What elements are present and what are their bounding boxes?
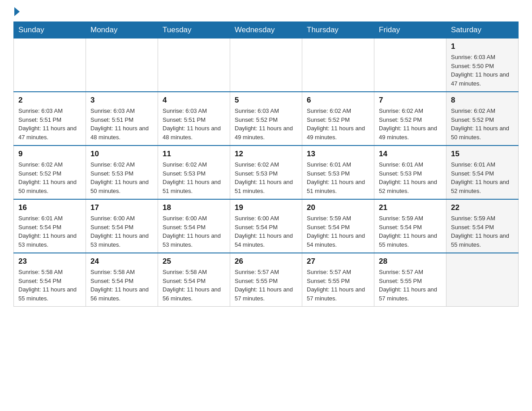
table-row: 5Sunrise: 6:03 AM Sunset: 5:52 PM Daylig…	[230, 92, 302, 146]
day-info: Sunrise: 6:03 AM Sunset: 5:51 PM Dayligh…	[163, 107, 225, 141]
table-row: 1Sunrise: 6:03 AM Sunset: 5:50 PM Daylig…	[446, 39, 519, 92]
day-number: 3	[90, 96, 153, 105]
table-row: 16Sunrise: 6:01 AM Sunset: 5:54 PM Dayli…	[14, 199, 86, 253]
day-number: 25	[163, 257, 225, 266]
day-number: 5	[235, 96, 297, 105]
col-header-wednesday: Wednesday	[230, 22, 302, 39]
day-info: Sunrise: 5:58 AM Sunset: 5:54 PM Dayligh…	[90, 268, 153, 303]
table-row: 17Sunrise: 6:00 AM Sunset: 5:54 PM Dayli…	[86, 199, 158, 253]
day-number: 15	[451, 150, 514, 158]
col-header-saturday: Saturday	[446, 22, 519, 39]
calendar-table: Sunday Monday Tuesday Wednesday Thursday…	[13, 21, 519, 307]
logo	[13, 9, 20, 16]
table-row	[230, 39, 302, 92]
table-row	[86, 39, 158, 92]
day-info: Sunrise: 6:00 AM Sunset: 5:54 PM Dayligh…	[90, 214, 153, 249]
col-header-friday: Friday	[374, 22, 446, 39]
day-number: 11	[163, 150, 225, 158]
table-row: 3Sunrise: 6:03 AM Sunset: 5:51 PM Daylig…	[86, 92, 158, 146]
day-info: Sunrise: 6:02 AM Sunset: 5:53 PM Dayligh…	[235, 160, 297, 195]
table-row: 4Sunrise: 6:03 AM Sunset: 5:51 PM Daylig…	[158, 92, 230, 146]
table-row: 21Sunrise: 5:59 AM Sunset: 5:54 PM Dayli…	[374, 199, 446, 253]
calendar-week-row: 1Sunrise: 6:03 AM Sunset: 5:50 PM Daylig…	[14, 39, 519, 92]
table-row: 11Sunrise: 6:02 AM Sunset: 5:53 PM Dayli…	[158, 146, 230, 199]
day-info: Sunrise: 6:03 AM Sunset: 5:52 PM Dayligh…	[235, 107, 297, 141]
table-row: 7Sunrise: 6:02 AM Sunset: 5:52 PM Daylig…	[374, 92, 446, 146]
day-info: Sunrise: 6:01 AM Sunset: 5:53 PM Dayligh…	[379, 160, 442, 195]
col-header-monday: Monday	[86, 22, 158, 39]
day-number: 7	[379, 96, 442, 105]
table-row: 25Sunrise: 5:58 AM Sunset: 5:54 PM Dayli…	[158, 253, 230, 307]
calendar-week-row: 9Sunrise: 6:02 AM Sunset: 5:52 PM Daylig…	[14, 146, 519, 199]
day-number: 9	[18, 150, 81, 158]
day-info: Sunrise: 5:59 AM Sunset: 5:54 PM Dayligh…	[379, 214, 442, 249]
day-number: 20	[307, 203, 369, 212]
table-row: 9Sunrise: 6:02 AM Sunset: 5:52 PM Daylig…	[14, 146, 86, 199]
table-row: 15Sunrise: 6:01 AM Sunset: 5:54 PM Dayli…	[446, 146, 519, 199]
day-number: 18	[163, 203, 225, 212]
day-number: 12	[235, 150, 297, 158]
day-number: 16	[18, 203, 81, 212]
day-info: Sunrise: 6:02 AM Sunset: 5:53 PM Dayligh…	[90, 160, 153, 195]
day-info: Sunrise: 6:01 AM Sunset: 5:54 PM Dayligh…	[18, 214, 81, 249]
table-row: 18Sunrise: 6:00 AM Sunset: 5:54 PM Dayli…	[158, 199, 230, 253]
day-number: 2	[18, 96, 81, 105]
day-info: Sunrise: 5:57 AM Sunset: 5:55 PM Dayligh…	[379, 268, 442, 303]
col-header-thursday: Thursday	[302, 22, 374, 39]
table-row	[14, 39, 86, 92]
day-info: Sunrise: 6:01 AM Sunset: 5:53 PM Dayligh…	[307, 160, 369, 195]
day-info: Sunrise: 5:57 AM Sunset: 5:55 PM Dayligh…	[307, 268, 369, 303]
day-number: 8	[451, 96, 514, 105]
col-header-sunday: Sunday	[14, 22, 86, 39]
table-row: 20Sunrise: 5:59 AM Sunset: 5:54 PM Dayli…	[302, 199, 374, 253]
table-row	[302, 39, 374, 92]
calendar-header-row: Sunday Monday Tuesday Wednesday Thursday…	[14, 22, 519, 39]
table-row: 10Sunrise: 6:02 AM Sunset: 5:53 PM Dayli…	[86, 146, 158, 199]
col-header-tuesday: Tuesday	[158, 22, 230, 39]
day-info: Sunrise: 6:01 AM Sunset: 5:54 PM Dayligh…	[451, 160, 514, 195]
day-number: 26	[235, 257, 297, 266]
page-header	[13, 9, 519, 16]
day-number: 4	[163, 96, 225, 105]
day-number: 6	[307, 96, 369, 105]
table-row: 8Sunrise: 6:02 AM Sunset: 5:52 PM Daylig…	[446, 92, 519, 146]
day-info: Sunrise: 6:00 AM Sunset: 5:54 PM Dayligh…	[163, 214, 225, 249]
day-info: Sunrise: 6:02 AM Sunset: 5:52 PM Dayligh…	[379, 107, 442, 141]
day-number: 21	[379, 203, 442, 212]
day-number: 17	[90, 203, 153, 212]
table-row: 19Sunrise: 6:00 AM Sunset: 5:54 PM Dayli…	[230, 199, 302, 253]
calendar-week-row: 23Sunrise: 5:58 AM Sunset: 5:54 PM Dayli…	[14, 253, 519, 307]
table-row	[446, 253, 519, 307]
table-row: 6Sunrise: 6:02 AM Sunset: 5:52 PM Daylig…	[302, 92, 374, 146]
logo-arrow-icon	[14, 7, 20, 16]
table-row: 22Sunrise: 5:59 AM Sunset: 5:54 PM Dayli…	[446, 199, 519, 253]
day-info: Sunrise: 5:58 AM Sunset: 5:54 PM Dayligh…	[18, 268, 81, 303]
day-number: 14	[379, 150, 442, 158]
day-number: 13	[307, 150, 369, 158]
table-row: 27Sunrise: 5:57 AM Sunset: 5:55 PM Dayli…	[302, 253, 374, 307]
table-row: 14Sunrise: 6:01 AM Sunset: 5:53 PM Dayli…	[374, 146, 446, 199]
table-row: 2Sunrise: 6:03 AM Sunset: 5:51 PM Daylig…	[14, 92, 86, 146]
day-number: 10	[90, 150, 153, 158]
table-row	[374, 39, 446, 92]
day-number: 19	[235, 203, 297, 212]
day-number: 1	[451, 42, 514, 51]
day-info: Sunrise: 5:58 AM Sunset: 5:54 PM Dayligh…	[163, 268, 225, 303]
day-info: Sunrise: 5:57 AM Sunset: 5:55 PM Dayligh…	[235, 268, 297, 303]
day-info: Sunrise: 5:59 AM Sunset: 5:54 PM Dayligh…	[307, 214, 369, 249]
day-number: 28	[379, 257, 442, 266]
day-info: Sunrise: 6:02 AM Sunset: 5:53 PM Dayligh…	[163, 160, 225, 195]
day-number: 23	[18, 257, 81, 266]
table-row: 26Sunrise: 5:57 AM Sunset: 5:55 PM Dayli…	[230, 253, 302, 307]
day-info: Sunrise: 6:03 AM Sunset: 5:50 PM Dayligh…	[451, 53, 514, 88]
table-row: 12Sunrise: 6:02 AM Sunset: 5:53 PM Dayli…	[230, 146, 302, 199]
day-info: Sunrise: 6:02 AM Sunset: 5:52 PM Dayligh…	[18, 160, 81, 195]
table-row	[158, 39, 230, 92]
table-row: 23Sunrise: 5:58 AM Sunset: 5:54 PM Dayli…	[14, 253, 86, 307]
day-info: Sunrise: 6:02 AM Sunset: 5:52 PM Dayligh…	[307, 107, 369, 141]
table-row: 28Sunrise: 5:57 AM Sunset: 5:55 PM Dayli…	[374, 253, 446, 307]
table-row: 24Sunrise: 5:58 AM Sunset: 5:54 PM Dayli…	[86, 253, 158, 307]
day-number: 24	[90, 257, 153, 266]
day-number: 22	[451, 203, 514, 212]
day-info: Sunrise: 5:59 AM Sunset: 5:54 PM Dayligh…	[451, 214, 514, 249]
